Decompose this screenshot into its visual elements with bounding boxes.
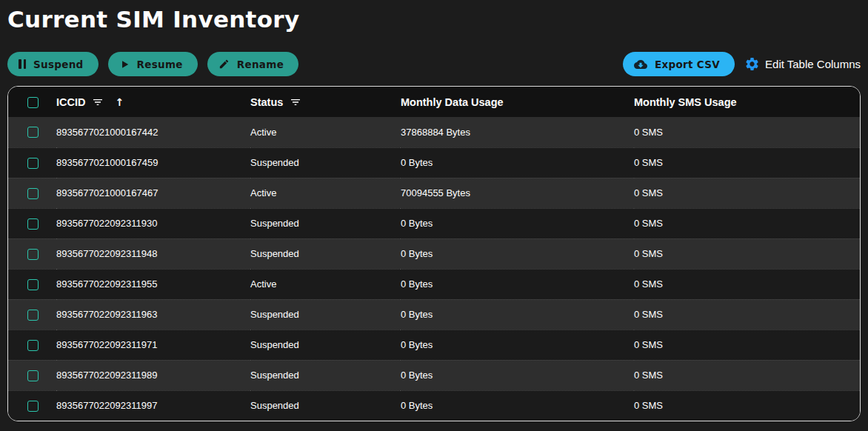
table-row: 8935677022092311948 Suspended 0 Bytes 0 … xyxy=(8,238,860,269)
table-row: 8935677021000167467 Active 70094555 Byte… xyxy=(8,178,860,208)
page-title: Current SIM Inventory xyxy=(7,6,861,33)
table-row: 8935677021000167442 Active 37868884 Byte… xyxy=(8,117,860,147)
pencil-icon xyxy=(218,59,230,70)
filter-icon[interactable] xyxy=(290,96,301,108)
column-header-status-label: Status xyxy=(250,96,283,108)
pause-icon xyxy=(19,59,26,69)
table-header-row: ICCID ↑ Status xyxy=(8,87,860,117)
column-header-status[interactable]: Status xyxy=(250,87,401,117)
row-select-checkbox[interactable] xyxy=(27,249,39,260)
column-header-data-label: Monthly Data Usage xyxy=(401,96,504,108)
monthly-data-usage-cell: 0 Bytes xyxy=(401,299,634,330)
monthly-sms-usage-cell: 0 SMS xyxy=(634,147,860,178)
table-row: 8935677022092311997 Suspended 0 Bytes 0 … xyxy=(8,390,860,421)
monthly-sms-usage-cell: 0 SMS xyxy=(634,117,860,147)
monthly-data-usage-cell: 0 Bytes xyxy=(401,238,634,269)
table-row: 8935677022092311955 Active 0 Bytes 0 SMS xyxy=(8,269,860,299)
status-cell: Active xyxy=(250,117,401,147)
suspend-button[interactable]: Suspend xyxy=(7,52,99,76)
column-header-iccid[interactable]: ICCID ↑ xyxy=(56,87,250,117)
suspend-button-label: Suspend xyxy=(33,59,84,70)
row-select-checkbox[interactable] xyxy=(27,127,39,138)
monthly-data-usage-cell: 0 Bytes xyxy=(401,360,634,390)
iccid-cell: 8935677021000167467 xyxy=(56,178,250,208)
row-select-checkbox[interactable] xyxy=(27,370,39,381)
monthly-data-usage-cell: 0 Bytes xyxy=(401,269,634,299)
status-cell: Suspended xyxy=(250,390,401,421)
export-csv-button[interactable]: Export CSV xyxy=(623,52,735,76)
resume-button[interactable]: Resume xyxy=(108,52,198,76)
table-row: 8935677022092311989 Suspended 0 Bytes 0 … xyxy=(8,360,860,390)
row-select-checkbox[interactable] xyxy=(27,188,39,199)
sim-table-card: ICCID ↑ Status xyxy=(7,86,861,421)
status-cell: Suspended xyxy=(250,299,401,330)
column-header-monthly-sms-usage: Monthly SMS Usage xyxy=(634,87,860,117)
rename-button[interactable]: Rename xyxy=(207,52,298,76)
iccid-cell: 8935677022092311948 xyxy=(56,238,250,269)
monthly-sms-usage-cell: 0 SMS xyxy=(634,390,860,421)
iccid-cell: 8935677022092311955 xyxy=(56,269,250,299)
sim-table: ICCID ↑ Status xyxy=(8,87,860,421)
row-select-checkbox[interactable] xyxy=(27,340,39,351)
monthly-data-usage-cell: 0 Bytes xyxy=(401,390,634,421)
table-row: 8935677022092311971 Suspended 0 Bytes 0 … xyxy=(8,330,860,360)
table-row: 8935677022092311930 Suspended 0 Bytes 0 … xyxy=(8,208,860,238)
edit-table-columns-button[interactable]: Edit Table Columns xyxy=(744,56,861,72)
play-icon xyxy=(119,59,130,70)
monthly-sms-usage-cell: 0 SMS xyxy=(634,330,860,360)
export-csv-button-label: Export CSV xyxy=(655,59,720,70)
column-header-monthly-data-usage: Monthly Data Usage xyxy=(401,87,634,117)
iccid-cell: 8935677021000167442 xyxy=(56,117,250,147)
row-select-checkbox[interactable] xyxy=(27,158,39,169)
iccid-cell: 8935677022092311963 xyxy=(56,299,250,330)
monthly-data-usage-cell: 37868884 Bytes xyxy=(401,117,634,147)
iccid-cell: 8935677022092311971 xyxy=(56,330,250,360)
gear-icon xyxy=(744,56,760,72)
status-cell: Suspended xyxy=(250,238,401,269)
iccid-cell: 8935677022092311997 xyxy=(56,390,250,421)
resume-button-label: Resume xyxy=(137,59,183,70)
filter-icon[interactable] xyxy=(92,96,104,108)
row-select-checkbox[interactable] xyxy=(27,401,39,412)
status-cell: Suspended xyxy=(250,208,401,238)
toolbar: Suspend Resume Rename Export CSV xyxy=(7,52,861,76)
monthly-sms-usage-cell: 0 SMS xyxy=(634,299,860,330)
monthly-data-usage-cell: 0 Bytes xyxy=(401,208,634,238)
table-row: 8935677022092311963 Suspended 0 Bytes 0 … xyxy=(8,299,860,330)
toolbar-right-group: Export CSV Edit Table Columns xyxy=(623,52,861,76)
row-select-checkbox[interactable] xyxy=(27,279,39,290)
status-cell: Suspended xyxy=(250,147,401,178)
monthly-data-usage-cell: 0 Bytes xyxy=(401,147,634,178)
table-row: 8935677021000167459 Suspended 0 Bytes 0 … xyxy=(8,147,860,178)
select-all-checkbox[interactable] xyxy=(27,97,39,108)
sort-ascending-arrow-icon[interactable]: ↑ xyxy=(115,96,124,108)
column-header-iccid-label: ICCID xyxy=(56,96,85,108)
row-select-checkbox[interactable] xyxy=(27,310,39,321)
monthly-sms-usage-cell: 0 SMS xyxy=(634,269,860,299)
status-cell: Active xyxy=(250,178,401,208)
rename-button-label: Rename xyxy=(237,59,284,70)
monthly-sms-usage-cell: 0 SMS xyxy=(634,238,860,269)
edit-table-columns-label: Edit Table Columns xyxy=(765,58,861,70)
status-cell: Active xyxy=(250,269,401,299)
monthly-sms-usage-cell: 0 SMS xyxy=(634,178,860,208)
iccid-cell: 8935677022092311930 xyxy=(56,208,250,238)
monthly-sms-usage-cell: 0 SMS xyxy=(634,208,860,238)
status-cell: Suspended xyxy=(250,330,401,360)
monthly-data-usage-cell: 0 Bytes xyxy=(401,330,634,360)
monthly-sms-usage-cell: 0 SMS xyxy=(634,360,860,390)
row-select-checkbox[interactable] xyxy=(27,218,39,230)
column-header-sms-label: Monthly SMS Usage xyxy=(634,96,737,108)
iccid-cell: 8935677021000167459 xyxy=(56,147,250,178)
status-cell: Suspended xyxy=(250,360,401,390)
cloud-download-icon xyxy=(634,59,647,70)
sim-inventory-page: Current SIM Inventory Suspend Resume Ren… xyxy=(0,0,868,421)
iccid-cell: 8935677022092311989 xyxy=(56,360,250,390)
monthly-data-usage-cell: 70094555 Bytes xyxy=(401,178,634,208)
